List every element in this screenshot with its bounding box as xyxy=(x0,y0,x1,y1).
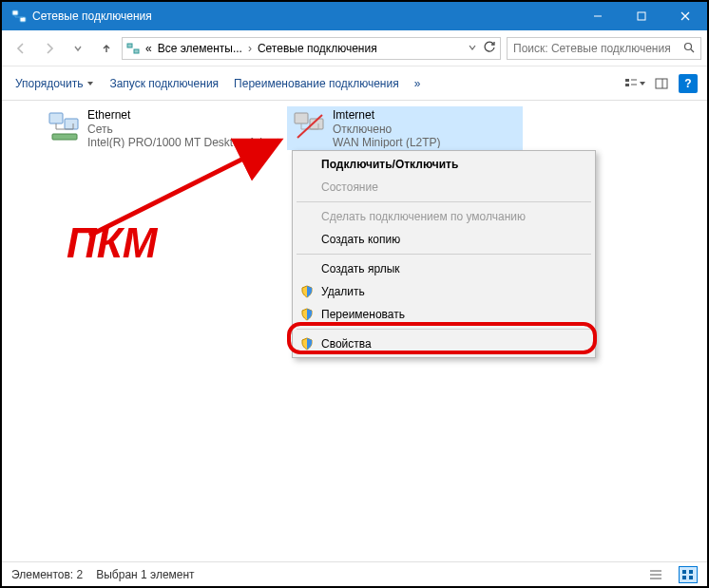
app-icon xyxy=(11,9,27,24)
menu-delete-label: Удалить xyxy=(321,285,365,298)
svg-rect-17 xyxy=(65,119,78,129)
search-input[interactable] xyxy=(508,42,678,55)
svg-rect-1 xyxy=(20,17,26,22)
svg-rect-19 xyxy=(295,113,308,123)
menu-set-default: Сделать подключением по умолчанию xyxy=(295,205,593,228)
svg-rect-3 xyxy=(638,12,645,20)
location-icon xyxy=(125,42,142,55)
shield-icon xyxy=(300,308,314,321)
refresh-button[interactable] xyxy=(481,40,498,56)
shield-icon xyxy=(300,285,314,298)
menu-rename[interactable]: Переименовать xyxy=(295,303,593,326)
menu-separator xyxy=(297,201,591,202)
svg-rect-26 xyxy=(682,570,686,574)
connection-name: Imternet xyxy=(333,108,441,123)
menu-create-copy[interactable]: Создать копию xyxy=(295,228,593,251)
svg-rect-28 xyxy=(682,576,686,579)
connection-name: Ethernet xyxy=(87,108,272,123)
breadcrumb-item-1[interactable]: Все элементы... xyxy=(156,40,244,57)
item-count: Элементов: 2 xyxy=(11,568,83,581)
svg-rect-16 xyxy=(49,113,63,123)
search-box[interactable] xyxy=(507,37,701,60)
svg-rect-0 xyxy=(12,10,18,15)
toolbar: Упорядочить Запуск подключения Переимено… xyxy=(2,66,707,101)
search-icon[interactable] xyxy=(678,42,700,54)
address-bar-row: « Все элементы... › Сетевые подключения xyxy=(2,30,707,66)
svg-rect-14 xyxy=(656,79,667,88)
svg-rect-18 xyxy=(52,134,77,140)
connection-status: Отключено xyxy=(333,123,441,136)
preview-pane-button[interactable] xyxy=(648,70,675,97)
menu-properties-label: Свойства xyxy=(321,337,372,351)
status-bar: Элементов: 2 Выбран 1 элемент xyxy=(2,561,707,586)
svg-rect-29 xyxy=(689,576,693,579)
history-dropdown[interactable] xyxy=(65,35,91,62)
chevron-right-icon[interactable]: › xyxy=(246,42,254,55)
back-button xyxy=(8,35,34,62)
menu-separator xyxy=(297,254,591,255)
toolbar-overflow[interactable]: » xyxy=(407,73,429,94)
maximize-button[interactable] xyxy=(620,2,663,30)
annotation-label: ПКМ xyxy=(67,219,157,267)
rename-connection-button[interactable]: Переименование подключения xyxy=(226,73,407,94)
organize-label: Упорядочить xyxy=(15,77,83,90)
large-icons-view-button[interactable] xyxy=(679,566,698,583)
svg-rect-11 xyxy=(625,84,629,86)
organize-menu[interactable]: Упорядочить xyxy=(8,73,102,94)
address-dropdown[interactable] xyxy=(466,42,479,55)
shield-icon xyxy=(300,337,314,351)
forward-button xyxy=(36,35,63,62)
svg-rect-7 xyxy=(134,49,139,53)
up-button[interactable] xyxy=(93,35,120,62)
minimize-button[interactable] xyxy=(576,2,620,30)
selection-count: Выбран 1 элемент xyxy=(96,568,194,581)
svg-line-9 xyxy=(691,49,694,52)
breadcrumb-prefix[interactable]: « xyxy=(144,40,154,57)
close-button[interactable] xyxy=(663,2,707,30)
network-adapter-icon xyxy=(46,108,84,146)
titlebar: Сетевые подключения xyxy=(2,2,707,30)
start-connection-label: Запуск подключения xyxy=(109,77,219,90)
menu-connect[interactable]: Подключить/Отключить xyxy=(295,153,593,176)
window-title: Сетевые подключения xyxy=(32,9,576,23)
breadcrumb-item-2[interactable]: Сетевые подключения xyxy=(256,40,379,57)
menu-status: Состояние xyxy=(295,176,593,199)
menu-create-shortcut[interactable]: Создать ярлык xyxy=(295,257,593,280)
help-button[interactable]: ? xyxy=(679,74,698,93)
svg-rect-10 xyxy=(625,79,629,82)
details-view-button[interactable] xyxy=(646,566,665,583)
view-options-button[interactable] xyxy=(622,70,648,97)
menu-properties[interactable]: Свойства xyxy=(295,332,593,355)
svg-rect-27 xyxy=(689,570,693,574)
context-menu: Подключить/Отключить Состояние Сделать п… xyxy=(292,150,596,358)
connection-internet[interactable]: Imternet Отключено WAN Miniport (L2TP) xyxy=(287,106,523,150)
svg-point-8 xyxy=(684,44,691,50)
menu-delete[interactable]: Удалить xyxy=(295,280,593,303)
svg-rect-6 xyxy=(127,44,132,47)
connection-device: WAN Miniport (L2TP) xyxy=(333,136,441,149)
content-area: Ethernet Сеть Intel(R) PRO/1000 MT Deskt… xyxy=(2,101,707,554)
menu-separator xyxy=(297,329,591,330)
start-connection-button[interactable]: Запуск подключения xyxy=(102,73,226,94)
rename-connection-label: Переименование подключения xyxy=(234,77,399,90)
menu-rename-label: Переименовать xyxy=(321,308,405,321)
address-bar[interactable]: « Все элементы... › Сетевые подключения xyxy=(122,37,501,60)
